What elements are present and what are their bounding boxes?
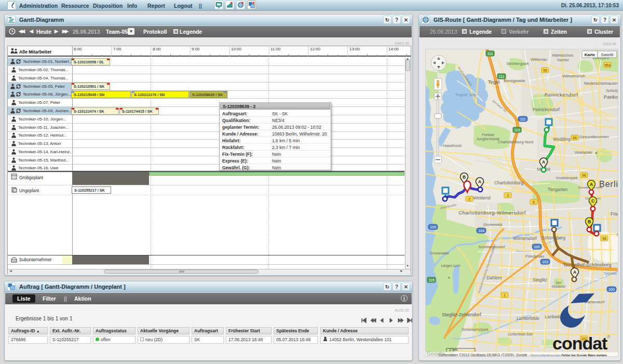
svg-text:A: A	[590, 182, 593, 187]
svg-text:100: 100	[608, 288, 615, 291]
svg-text:104: 104	[478, 229, 484, 233]
svg-text:115: 115	[428, 278, 434, 282]
svg-text:Niederschönhausen: Niederschönhausen	[584, 81, 618, 86]
svg-text:Haselhorst: Haselhorst	[443, 143, 462, 148]
svg-text:▲: ▲	[448, 276, 451, 279]
svg-text:condat: condat	[552, 333, 607, 353]
svg-text:Charlottenburg-Nord: Charlottenburg-Nord	[498, 140, 533, 144]
svg-text:Charlottenburg: Charlottenburg	[494, 180, 524, 185]
svg-text:2: 2	[468, 197, 470, 201]
svg-text:Reinickendorf: Reinickendorf	[533, 107, 560, 112]
svg-text:Wedding: Wedding	[553, 137, 571, 142]
svg-text:Schloßp: Schloßp	[606, 89, 618, 93]
svg-text:96: 96	[602, 237, 606, 240]
svg-text:2 km: 2 km	[449, 347, 457, 352]
svg-text:Friedenau: Friedenau	[525, 254, 544, 259]
svg-text:®: ®	[607, 334, 611, 340]
svg-text:A: A	[573, 269, 576, 275]
svg-text:Satellit: Satellit	[601, 52, 614, 57]
svg-text:5: 5	[533, 200, 535, 204]
svg-text:96: 96	[543, 69, 547, 72]
svg-text:Wilmersdorf: Wilmersdorf	[513, 236, 537, 241]
svg-text:96: 96	[573, 136, 577, 140]
svg-text:B: B	[463, 174, 466, 180]
svg-text:3: 3	[507, 194, 509, 197]
svg-text:Langes Luch: Langes Luch	[441, 264, 461, 268]
svg-text:Steglitz: Steglitz	[533, 277, 547, 282]
svg-text:Grunewald: Grunewald	[430, 251, 449, 255]
svg-text:A: A	[542, 159, 545, 165]
svg-text:110: 110	[514, 128, 520, 132]
svg-text:Wilhelmsruh: Wilhelmsruh	[562, 74, 585, 78]
svg-text:Schweizerhofpark: Schweizerhofpark	[462, 328, 489, 332]
svg-text:Märkisches: Märkisches	[552, 53, 573, 58]
svg-text:100: 100	[534, 245, 540, 249]
svg-text:Teltowka: Teltowka	[603, 272, 617, 275]
svg-text:C: C	[591, 198, 594, 204]
svg-text:Pankow: Pankow	[604, 94, 618, 100]
svg-text:Steinbergpark: Steinbergpark	[506, 62, 529, 66]
svg-text:Der: Der	[556, 281, 562, 285]
svg-text:B: B	[588, 219, 591, 224]
svg-text:96a: 96a	[604, 63, 611, 67]
svg-text:Reinickendorf: Reinickendorf	[545, 92, 578, 98]
svg-text:Vinetaplatz: Vinetaplatz	[575, 151, 593, 155]
svg-text:Freibad: Freibad	[482, 133, 494, 137]
svg-text:Tiergarten: Tiergarten	[548, 187, 568, 192]
svg-text:Steglitz-Zehlendorf: Steglitz-Zehlendorf	[442, 312, 481, 317]
svg-text:Google: Google	[427, 351, 445, 357]
svg-text:Wittenau: Wittenau	[531, 57, 547, 62]
svg-text:Kartendaten ©2013 GeoBasis-DE/: Kartendaten ©2013 GeoBasis-DE/BKG (©2009…	[439, 353, 607, 357]
svg-text:▲: ▲	[594, 151, 598, 154]
svg-text:96: 96	[582, 173, 586, 177]
svg-text:Westend: Westend	[473, 195, 491, 200]
svg-text:A: A	[478, 179, 481, 184]
svg-text:Viertel: Viertel	[557, 58, 569, 62]
svg-text:Tempelhof-Schöneberg: Tempelhof-Schöneberg	[563, 262, 611, 267]
svg-text:111: 111	[520, 117, 526, 121]
svg-text:103: 103	[542, 260, 548, 264]
svg-text:111: 111	[487, 52, 493, 56]
svg-text:Fried: Fried	[617, 233, 618, 237]
svg-text:Tegel: Tegel	[488, 79, 500, 85]
svg-text:Tegeler See: Tegeler See	[455, 92, 476, 97]
svg-text:Dahlem: Dahlem	[486, 275, 502, 280]
svg-text:Lankwitz: Lankwitz	[545, 314, 562, 319]
svg-text:Lichterfelde: Lichterfelde	[517, 316, 539, 321]
svg-text:Lichterfelde-Süd: Lichterfelde-Süd	[508, 332, 533, 336]
svg-text:Borsigwalde: Borsigwalde	[504, 78, 525, 83]
svg-text:Karte: Karte	[585, 52, 595, 57]
svg-text:109: 109	[430, 225, 436, 229]
svg-text:1: 1	[504, 293, 506, 297]
svg-text:111: 111	[499, 75, 505, 78]
svg-text:Jungfernheide: Jungfernheide	[477, 137, 499, 141]
svg-text:Friedr: Friedr	[611, 211, 618, 217]
svg-text:Gesundbrunnen: Gesundbrunnen	[579, 134, 608, 139]
svg-text:Grunewald: Grunewald	[483, 222, 502, 227]
svg-text:Charlottenburg-Wilmersdorf: Charlottenburg-Wilmersdorf	[458, 210, 526, 215]
svg-text:Invalidenpark: Invalidenpark	[556, 176, 578, 180]
svg-text:Insulaner: Insulaner	[552, 285, 566, 288]
